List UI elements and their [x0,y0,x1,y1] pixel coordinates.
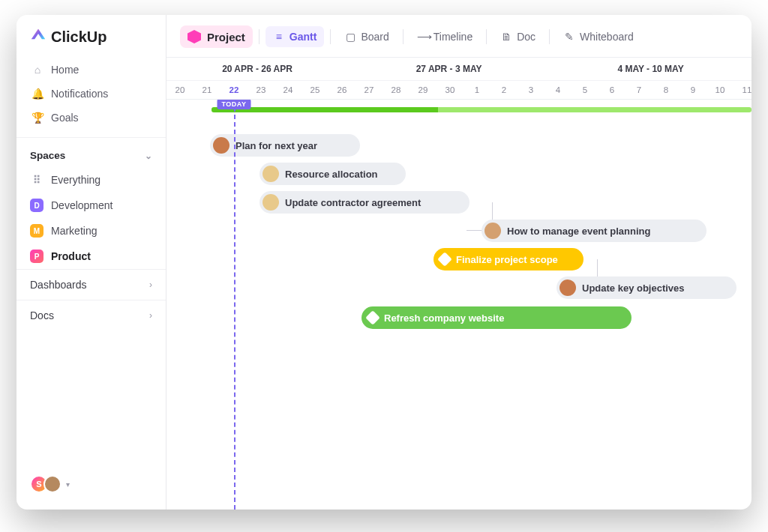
day-header: 11 [734,81,752,99]
timeline-icon: ⟶ [417,31,429,43]
space-label: Development [51,199,113,211]
sidebar-footer[interactable]: S ▾ [16,466,166,502]
whiteboard-icon: ✎ [563,31,575,43]
space-product[interactable]: P Product [16,244,166,269]
nav-notifications[interactable]: 🔔 Notifications [24,82,158,106]
spaces-header[interactable]: Spaces ⌄ [16,137,166,167]
nav-goals[interactable]: 🏆 Goals [24,106,158,130]
main-content: Project ≡ Gantt ▢ Board ⟶ Timeline 🗎 Doc [166,15,752,510]
view-tabs: Project ≡ Gantt ▢ Board ⟶ Timeline 🗎 Doc [166,15,752,58]
milestone-icon [437,252,452,267]
assignee-avatar [213,137,230,154]
board-icon: ▢ [344,31,356,43]
day-header: 26 [328,81,356,99]
task-label: Update contractor agreement [285,197,421,208]
nav-label: Home [51,64,79,76]
task-label: Plan for next year [236,140,317,151]
assignee-avatar [262,194,279,211]
project-title: Project [207,31,245,43]
day-header: 7 [626,81,652,99]
space-badge: D [30,199,44,212]
day-header: 10 [706,81,734,99]
day-header: 21 [194,81,220,99]
day-row: 2021222324252627282930123456789101112 [166,81,752,99]
doc-icon: 🗎 [500,31,512,43]
avatar [44,475,62,493]
logo-icon [30,29,46,46]
day-header: 25 [302,81,328,99]
app-window: ClickUp ⌂ Home 🔔 Notifications 🏆 Goals S… [16,15,752,510]
nav-label: Goals [51,112,79,124]
chevron-right-icon: › [149,310,152,321]
user-avatar-stack: S [30,475,62,493]
tab-board[interactable]: ▢ Board [337,26,396,47]
home-icon: ⌂ [32,64,44,76]
divider [486,29,487,44]
gantt-icon: ≡ [273,31,285,43]
bell-icon: 🔔 [32,88,44,100]
nav-label: Notifications [51,88,108,100]
project-chip[interactable]: Project [180,25,253,48]
day-header: 23 [248,81,274,99]
day-header: 3 [518,81,544,99]
gantt-task[interactable]: Plan for next year [210,134,360,157]
space-label: Everything [51,174,100,186]
brand-name: ClickUp [51,28,106,46]
gantt-task[interactable]: Finalize project scope [434,248,584,270]
logo[interactable]: ClickUp [16,28,166,58]
tab-whiteboard[interactable]: ✎ Whiteboard [556,26,641,47]
trophy-icon: 🏆 [32,112,44,124]
cube-icon [188,30,201,43]
space-label: Marketing [51,225,97,237]
sidebar: ClickUp ⌂ Home 🔔 Notifications 🏆 Goals S… [16,15,166,510]
day-header: 27 [356,81,382,99]
day-header: 8 [652,81,680,99]
grid-icon: ⠿ [30,173,44,187]
space-badge: M [30,224,44,238]
gantt-chart[interactable]: TODAYPlan for next yearResource allocati… [166,100,752,510]
day-header: 24 [274,81,302,99]
space-development[interactable]: D Development [16,193,166,218]
tab-doc[interactable]: 🗎 Doc [493,26,543,47]
gantt-task[interactable]: How to manage event planning [482,220,706,242]
gantt-task[interactable]: Resource allocation [260,163,406,185]
tab-label: Whiteboard [580,31,634,43]
space-everything[interactable]: ⠿ Everything [16,167,166,193]
assignee-avatar [560,279,576,296]
task-label: Refresh company website [384,312,504,324]
task-label: Finalize project scope [456,254,558,265]
space-label: Product [51,250,91,262]
gantt-task[interactable]: Refresh company website [362,306,632,329]
gantt-task[interactable]: Update key objectives [556,276,736,299]
day-header: 20 [166,81,194,99]
nav-docs[interactable]: Docs › [16,300,166,330]
week-header: 27 APR - 3 MAY [348,58,550,80]
nav-home[interactable]: ⌂ Home [24,58,158,82]
tab-timeline[interactable]: ⟶ Timeline [410,26,480,47]
week-header: 20 APR - 26 APR [166,58,348,80]
nav-dashboards[interactable]: Dashboards › [16,269,166,300]
chevron-down-icon: ⌄ [145,151,152,161]
day-header: 29 [410,81,436,99]
space-marketing[interactable]: M Marketing [16,218,166,244]
day-header: 28 [382,81,410,99]
today-marker [234,100,236,510]
summary-progress-bar [212,107,752,112]
tab-label: Timeline [434,31,472,43]
divider [330,29,331,44]
day-header: 22 [220,81,248,99]
task-label: Resource allocation [285,169,378,180]
docs-label: Docs [30,309,54,321]
dashboards-label: Dashboards [30,279,87,291]
gantt-task[interactable]: Update contractor agreement [260,191,470,214]
day-header: 2 [490,81,518,99]
chevron-right-icon: › [149,279,152,290]
week-row: 20 APR - 26 APR27 APR - 3 MAY4 MAY - 10 … [166,58,752,81]
tab-gantt[interactable]: ≡ Gantt [266,26,325,47]
task-label: How to manage event planning [507,226,650,237]
milestone-icon [365,310,380,325]
spaces-label: Spaces [30,150,65,161]
divider [549,29,550,44]
divider [403,29,404,44]
spaces-list: ⠿ Everything D Development M Marketing P… [16,167,166,269]
